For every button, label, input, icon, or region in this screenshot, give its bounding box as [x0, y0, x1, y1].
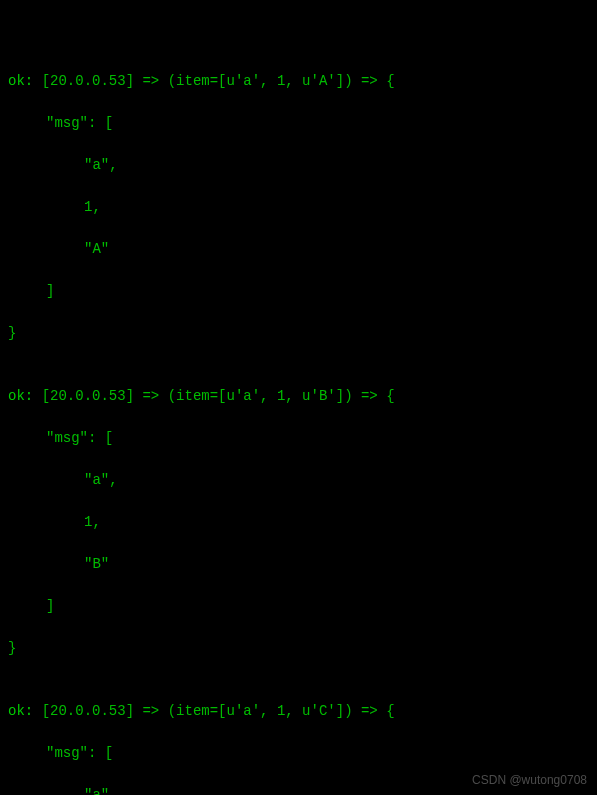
item-key: item= [176, 73, 218, 89]
open-bracket: [ [105, 430, 113, 446]
arrow-icon: => [361, 703, 378, 719]
output-line: ok: [20.0.0.53] => (item=[u'a', 1, u'C']… [8, 701, 589, 722]
output-line: ok: [20.0.0.53] => (item=[u'a', 1, u'A']… [8, 71, 589, 92]
close-brace: } [8, 640, 16, 656]
close-bracket: ] [46, 283, 54, 299]
output-line: } [8, 323, 589, 344]
msg-key: "msg": [46, 745, 96, 761]
terminal-output: ok: [20.0.0.53] => (item=[u'a', 1, u'A']… [8, 8, 589, 795]
output-line: 1, [8, 512, 589, 533]
open-paren: ( [168, 73, 176, 89]
output-line: "msg": [ [8, 113, 589, 134]
arrow-icon: => [361, 388, 378, 404]
item-value: [u'a', 1, u'A'] [218, 73, 344, 89]
item-key: item= [176, 388, 218, 404]
ok-label: ok: [8, 703, 33, 719]
close-paren: ) [344, 73, 352, 89]
open-brace: { [386, 703, 394, 719]
close-paren: ) [344, 703, 352, 719]
output-line: } [8, 638, 589, 659]
open-bracket: [ [105, 745, 113, 761]
msg-value: "A" [84, 241, 109, 257]
item-value: [u'a', 1, u'B'] [218, 388, 344, 404]
output-line: ] [8, 596, 589, 617]
comma: , [109, 787, 117, 795]
close-paren: ) [344, 388, 352, 404]
item-value: [u'a', 1, u'C'] [218, 703, 344, 719]
host-ip: [20.0.0.53] [42, 388, 134, 404]
msg-key: "msg": [46, 430, 96, 446]
open-brace: { [386, 73, 394, 89]
watermark: CSDN @wutong0708 [472, 771, 587, 789]
msg-value: "B" [84, 556, 109, 572]
output-line: "msg": [ [8, 743, 589, 764]
output-line: "msg": [ [8, 428, 589, 449]
msg-value: "a" [84, 787, 109, 795]
output-line: "a", [8, 155, 589, 176]
arrow-icon: => [142, 388, 159, 404]
close-bracket: ] [46, 598, 54, 614]
output-line: 1, [8, 197, 589, 218]
arrow-icon: => [142, 73, 159, 89]
msg-value: "a" [84, 472, 109, 488]
close-brace: } [8, 325, 16, 341]
comma: , [92, 514, 100, 530]
host-ip: [20.0.0.53] [42, 703, 134, 719]
open-paren: ( [168, 703, 176, 719]
item-key: item= [176, 703, 218, 719]
comma: , [109, 472, 117, 488]
host-ip: [20.0.0.53] [42, 73, 134, 89]
msg-key: "msg": [46, 115, 96, 131]
output-line: "B" [8, 554, 589, 575]
open-brace: { [386, 388, 394, 404]
comma: , [109, 157, 117, 173]
open-paren: ( [168, 388, 176, 404]
arrow-icon: => [142, 703, 159, 719]
output-line: "a", [8, 470, 589, 491]
msg-value: "a" [84, 157, 109, 173]
open-bracket: [ [105, 115, 113, 131]
output-line: "A" [8, 239, 589, 260]
arrow-icon: => [361, 73, 378, 89]
comma: , [92, 199, 100, 215]
ok-label: ok: [8, 388, 33, 404]
output-line: ] [8, 281, 589, 302]
ok-label: ok: [8, 73, 33, 89]
output-line: ok: [20.0.0.53] => (item=[u'a', 1, u'B']… [8, 386, 589, 407]
